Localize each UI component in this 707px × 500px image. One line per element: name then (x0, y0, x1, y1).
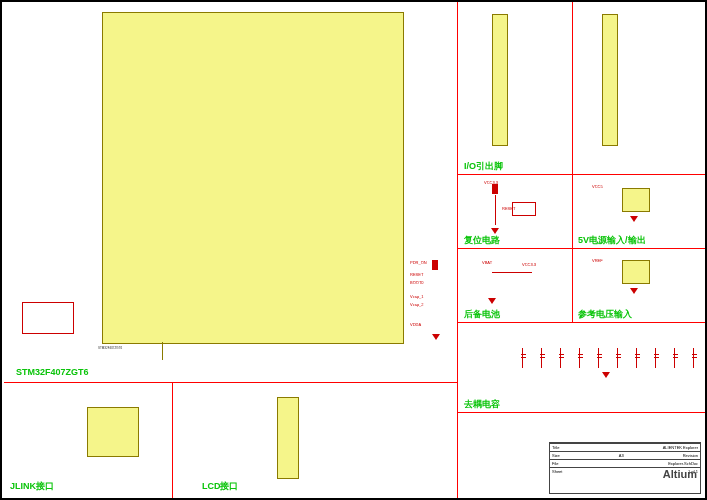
decap (674, 348, 687, 368)
decap-gnd (602, 372, 610, 378)
mcu-boot0-label: BOOT0 (410, 280, 424, 285)
section-label-power: 5V电源输入/输出 (578, 234, 646, 247)
io-pins-2R (620, 16, 646, 142)
section-label-vref: 参考电压输入 (578, 308, 632, 321)
xtal-cluster (22, 302, 74, 334)
divider-right-3 (457, 322, 705, 323)
tb-size-key: Size (552, 453, 560, 458)
vref-net-label: VREF (592, 258, 603, 263)
lcd-header-symbol (277, 397, 299, 479)
decap (522, 348, 535, 368)
section-label-battery: 后备电池 (464, 308, 500, 321)
tb-file: Explorer.SchDoc (668, 461, 698, 466)
decap-row (522, 348, 707, 368)
divider-right-4 (457, 412, 705, 413)
cad-logo: Altium (663, 468, 697, 480)
battery-vcc-label: VCC3.3 (522, 262, 536, 267)
mcu-right-pin-text (302, 14, 400, 274)
mcu-left-inside-pin-text (104, 14, 264, 134)
tb-size: A3 (619, 453, 624, 458)
mcu-vcap1-label: Vcap_1 (410, 294, 424, 299)
section-label-lcd: LCD接口 (202, 480, 239, 493)
decap (598, 348, 611, 368)
decap (617, 348, 630, 368)
power-5v-symbol (622, 188, 650, 212)
io-header-2 (602, 14, 618, 146)
section-label-decaps: 去耦电容 (464, 398, 500, 411)
gnd-mcu (432, 334, 440, 340)
tb-title: ALIENTEK Explorer (663, 445, 698, 450)
tb-title-key: Title (552, 445, 559, 450)
battery-gnd (488, 298, 496, 304)
jlink-pin-text (32, 412, 82, 452)
mcu-pdron-label: PDR_ON (410, 260, 427, 265)
mcu-bottom-pins-1 (142, 348, 242, 358)
decap (636, 348, 649, 368)
tb-sheet-key: Sheet (552, 469, 562, 474)
vcc-flag-mcu (432, 260, 438, 270)
power5v-vcc-label: VCC5 (592, 184, 603, 189)
decap (541, 348, 554, 368)
reset-vcc-flag (492, 184, 498, 194)
decap (693, 348, 706, 368)
decap (560, 348, 573, 368)
tb-rev-key: Revision (683, 453, 698, 458)
section-label-mcu: STM32F407ZGT6 (16, 367, 89, 377)
decap (579, 348, 592, 368)
io-header-1 (492, 14, 508, 146)
mcu-bottom-pins-2 (262, 348, 362, 358)
divider-vertical-2 (572, 2, 573, 322)
divider-vertical-1 (457, 2, 458, 498)
lcd-left-text (202, 400, 272, 476)
io-pins-2L (574, 16, 600, 142)
decap (655, 348, 668, 368)
divider-right-1 (457, 174, 705, 175)
reset-vcc-label: VCC3.3 (484, 180, 498, 185)
vref-gnd (630, 288, 638, 294)
power5v-gnd (630, 216, 638, 222)
battery-net-label: VBAT (482, 260, 492, 265)
mcu-vdda-label: VDDA (410, 322, 421, 327)
mcu-part-label: STM32F407ZGT6 (98, 347, 122, 350)
divider-vertical-bottom (172, 382, 173, 498)
divider-right-2 (457, 248, 705, 249)
reset-rc-wire (495, 195, 496, 225)
mcu-left-pin-text (32, 14, 100, 194)
tb-file-key: File (552, 461, 558, 466)
mcu-vcap2-label: Vcap_2 (410, 302, 424, 307)
battery-wire (492, 272, 532, 273)
io-pins-1R (510, 16, 538, 142)
section-label-io: I/O引出脚 (464, 160, 503, 173)
io-pins-1L (462, 16, 490, 142)
jlink-header-symbol (87, 407, 139, 457)
mcu-reset-label: RESET (410, 272, 423, 277)
divider-horiz-mcu-bottom (4, 382, 457, 383)
reset-button-symbol (512, 202, 536, 216)
vref-symbol (622, 260, 650, 284)
lcd-right-text (302, 400, 362, 476)
section-label-jlink: JLINK接口 (10, 480, 54, 493)
schematic-sheet: STM32F407ZGT6 PDR_ON RESET BOOT0 Vcap_1 … (0, 0, 707, 500)
section-label-reset: 复位电路 (464, 234, 500, 247)
